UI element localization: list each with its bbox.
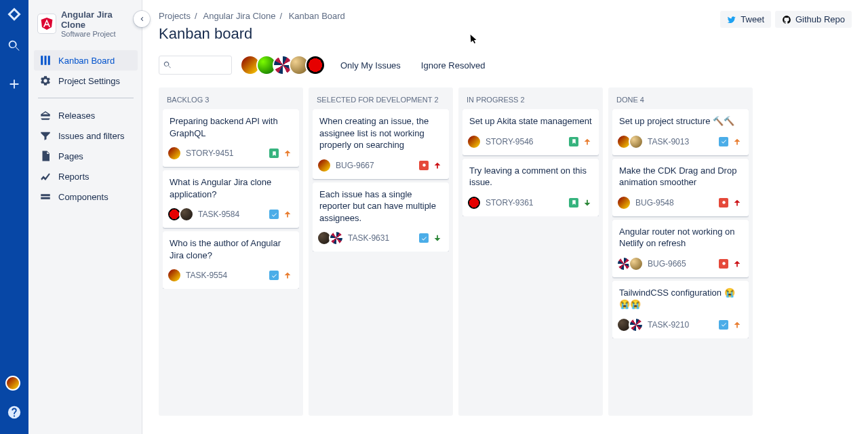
issue-card[interactable]: Who is the author of Angular Jira clone?… [163, 231, 299, 289]
issue-key: TASK-9584 [198, 210, 239, 219]
issue-card[interactable]: Set up project structure 🔨🔨 TASK-9013 [612, 109, 749, 155]
priority-medium-icon [732, 320, 742, 330]
issue-key: BUG-9548 [635, 198, 674, 208]
issue-card[interactable]: Set up Akita state management STORY-9546 [462, 109, 599, 155]
create-rail-button[interactable] [1, 71, 28, 98]
issue-card[interactable]: TailwindCSS configuration 😭😭😭 TASK-9210 [612, 281, 749, 338]
sidebar-item-pages[interactable]: Pages [34, 146, 138, 166]
github-repo-button[interactable]: Github Repo [775, 11, 852, 28]
priority-medium-icon [283, 210, 292, 219]
avatar-ironman [317, 158, 332, 173]
sidebar-item-issues[interactable]: Issues and filters [34, 125, 138, 146]
issue-title: What is Angular Jira clone application? [170, 176, 292, 200]
board-column-selected: SELECTED FOR DEVELOPMENT 2 When creating… [309, 87, 453, 416]
issue-title: Set up project structure 🔨🔨 [619, 115, 742, 127]
component-icon [39, 191, 52, 203]
sidebar-item-settings[interactable]: Project Settings [34, 71, 138, 91]
breadcrumb: Projects/ Angular Jira Clone/ Kanban Boa… [159, 11, 345, 21]
board-icon [39, 54, 52, 66]
help-rail-button[interactable] [1, 399, 28, 426]
task-type-icon [269, 271, 279, 280]
issue-key: STORY-9546 [486, 137, 534, 146]
priority-medium-icon [583, 137, 592, 146]
issue-title: Preparing backend API with GraphQL [170, 115, 292, 139]
issue-key: TASK-9210 [648, 320, 689, 330]
column-header: IN PROGRESS 2 [462, 93, 599, 109]
priority-medium-icon [732, 137, 742, 146]
ship-icon [39, 109, 52, 121]
board-filters: Only My Issues Ignore Resolved [159, 55, 852, 75]
sidebar-item-board[interactable]: Kanban Board [34, 50, 138, 71]
only-my-issues-button[interactable]: Only My Issues [335, 58, 406, 73]
current-user-avatar[interactable] [5, 376, 20, 391]
column-body[interactable]: Preparing backend API with GraphQL STORY… [163, 109, 299, 289]
breadcrumb-item[interactable]: Angular Jira Clone [203, 11, 276, 21]
sidebar-item-releases[interactable]: Releases [34, 105, 138, 125]
jira-logo-icon [7, 7, 22, 22]
column-body[interactable]: When creating an issue, the assignee lis… [313, 109, 449, 252]
issue-title: Make the CDK Drag and Drop animation smo… [619, 165, 742, 189]
filter-icon [39, 130, 52, 142]
issue-card[interactable]: Preparing backend API with GraphQL STORY… [163, 109, 299, 167]
search-icon [163, 60, 172, 70]
project-subtitle: Software Project [61, 30, 134, 38]
twitter-icon [727, 15, 736, 24]
sidebar-item-components[interactable]: Components [34, 186, 138, 207]
angular-logo-icon [38, 14, 56, 33]
priority-high-icon [433, 161, 442, 170]
main-content: Projects/ Angular Jira Clone/ Kanban Boa… [142, 0, 868, 434]
breadcrumb-item[interactable]: Kanban Board [289, 11, 345, 21]
sidebar-label: Releases [58, 111, 95, 121]
issue-key: BUG-9665 [648, 259, 686, 269]
task-type-icon [719, 320, 728, 330]
avatar-ironman [467, 134, 481, 149]
issue-title: Angular router not working on Netlify on… [619, 226, 742, 250]
page-icon [39, 150, 52, 162]
sidebar-label: Pages [58, 151, 83, 161]
column-header: BACKLOG 3 [163, 93, 299, 109]
column-body[interactable]: Set up project structure 🔨🔨 TASK-9013 Ma… [612, 109, 749, 338]
issue-card[interactable]: Try leaving a comment on this issue. STO… [462, 159, 599, 216]
story-type-icon [269, 149, 279, 158]
priority-medium-icon [283, 149, 292, 158]
sidebar-label: Reports [58, 172, 90, 182]
column-header: DONE 4 [612, 93, 749, 109]
kanban-board: BACKLOG 3 Preparing backend API with Gra… [159, 87, 852, 416]
issue-key: TASK-9554 [186, 271, 227, 280]
ignore-resolved-button[interactable]: Ignore Resolved [416, 58, 491, 73]
issue-card[interactable]: Angular router not working on Netlify on… [612, 220, 749, 277]
issue-title: When creating an issue, the assignee lis… [319, 115, 442, 151]
sidebar-label: Project Settings [58, 76, 120, 86]
sidebar-collapse-button[interactable] [134, 11, 150, 27]
issue-card[interactable]: Each issue has a single reporter but can… [313, 182, 449, 252]
issue-card[interactable]: What is Angular Jira clone application? … [163, 170, 299, 228]
avatar-ironman [167, 146, 182, 161]
story-type-icon [569, 137, 578, 146]
task-type-icon [419, 233, 429, 243]
avatar-spider [467, 195, 481, 210]
board-column-inprogress: IN PROGRESS 2 Set up Akita state managem… [458, 87, 603, 416]
column-body[interactable]: Set up Akita state management STORY-9546… [462, 109, 599, 216]
sidebar-item-reports[interactable]: Reports [34, 166, 138, 186]
avatar-spider[interactable] [305, 55, 326, 75]
priority-high-icon [732, 198, 742, 208]
sidebar-label: Issues and filters [58, 131, 125, 141]
avatar-thor [629, 134, 644, 149]
priority-low-icon [433, 233, 442, 243]
assignee-filter-avatars [241, 55, 326, 75]
search-rail-button[interactable] [1, 33, 28, 60]
issue-card[interactable]: When creating an issue, the assignee lis… [313, 109, 449, 179]
issue-card[interactable]: Make the CDK Drag and Drop animation smo… [612, 159, 749, 216]
gear-icon [39, 75, 52, 87]
avatar-captain [629, 317, 644, 332]
page-title: Kanban board [159, 25, 345, 43]
column-header: SELECTED FOR DEVELOPMENT 2 [313, 93, 449, 109]
issue-key: STORY-9361 [486, 198, 534, 208]
project-sidebar: Angular Jira Clone Software Project Kanb… [28, 0, 142, 434]
breadcrumb-item[interactable]: Projects [159, 11, 191, 21]
issue-title: Set up Akita state management [469, 115, 592, 127]
issue-key: TASK-9631 [348, 233, 389, 243]
tweet-button[interactable]: Tweet [720, 11, 771, 28]
bug-type-icon [719, 259, 728, 269]
avatar-fury [179, 207, 194, 222]
